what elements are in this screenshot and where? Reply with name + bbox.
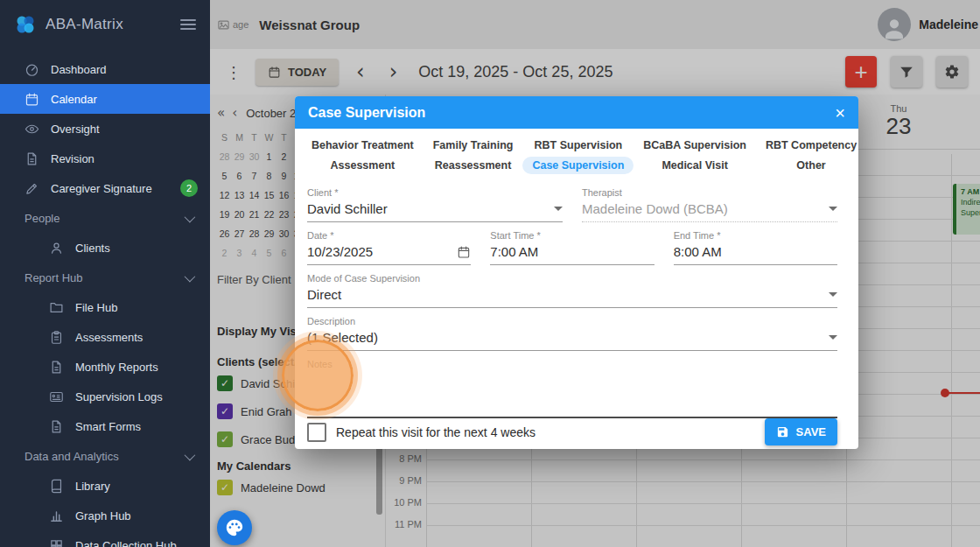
repeat-checkbox-label: Repeat this visit for the next 4 weeks [336,425,536,439]
case-supervision-dialog: Case Supervision × Behavior Treatment Fa… [295,96,858,449]
dashboard-icon [24,62,39,77]
chevron-down-icon [185,449,196,460]
dialog-header: Case Supervision × [295,96,858,129]
mode-field-label: Mode of Case Supervision [307,273,837,284]
end-time-field[interactable]: End Time * 8:00 AM [674,230,837,265]
client-field-label: Client * [307,187,563,198]
sidebar-header: ABA-Matrix [0,0,210,49]
id-card-icon [49,389,64,404]
calendar-icon [24,92,39,107]
repeat-checkbox[interactable] [307,423,326,442]
calendar-icon[interactable] [457,245,471,259]
chevron-down-icon [829,292,837,297]
tab-other[interactable]: Other [756,157,858,174]
dialog-footer: Repeat this visit for the next 4 weeks S… [307,418,837,449]
chevron-down-icon [185,270,196,282]
tab-rbt-competency[interactable]: RBT Competency [756,137,858,154]
sidebar-item-supervision-logs[interactable]: Supervision Logs [0,382,210,411]
chevron-down-icon [829,335,837,340]
save-icon [776,425,789,438]
app-window: ABA-Matrix Dashboard Calendar Oversight … [0,0,980,547]
grid-icon [49,538,64,547]
end-time-value: 8:00 AM [674,244,837,259]
eye-icon [24,122,39,137]
tab-behavior-treatment[interactable]: Behavior Treatment [302,137,424,154]
dialog-title: Case Supervision [308,105,425,121]
app-logo-icon [14,13,37,36]
report-icon [49,360,64,375]
click-highlight [282,340,354,411]
tab-family-training[interactable]: Family Training [424,137,523,154]
app-title: ABA-Matrix [46,16,172,33]
sidebar-item-file-hub[interactable]: File Hub [0,292,210,322]
close-icon[interactable]: × [835,104,845,122]
sidebar-item-caregiver-signature[interactable]: Caregiver Signature2 [0,173,210,203]
folder-icon [49,300,64,315]
document-icon [24,151,39,166]
chevron-down-icon [554,207,563,211]
caregiver-signature-badge: 2 [180,179,198,197]
client-field[interactable]: Client * David Schiller [307,187,563,222]
sidebar-section-report-hub[interactable]: Report Hub [0,263,210,292]
description-field-label: Description [307,316,837,326]
book-icon [49,479,64,494]
notes-field[interactable]: Notes [307,359,837,418]
therapist-field: Therapist Madeleine Dowd (BCBA) [582,187,837,222]
mode-of-case-supervision-field[interactable]: Mode of Case Supervision Direct [307,273,837,308]
bar-chart-icon [49,508,64,523]
sidebar-menu: Dashboard Calendar Oversight Revision Ca… [0,49,210,547]
end-time-label: End Time * [674,230,837,241]
form-icon [49,419,64,434]
pen-icon [24,181,39,196]
sidebar-item-library[interactable]: Library [0,471,210,501]
sidebar-item-smart-forms[interactable]: Smart Forms [0,411,210,441]
dialog-body: Client * David Schiller Therapist Madele… [295,176,858,449]
date-field[interactable]: Date * 10/23/2025 [307,230,471,265]
visit-type-tabs: Behavior Treatment Family Training RBT S… [295,129,858,176]
tab-bcaba-supervision[interactable]: BCaBA Supervision [634,137,756,154]
sidebar: ABA-Matrix Dashboard Calendar Oversight … [0,0,210,547]
start-time-label: Start Time * [490,230,654,241]
therapist-field-label: Therapist [582,187,837,198]
tab-assessment[interactable]: Assessment [302,157,424,174]
tab-medical-visit[interactable]: Medical Visit [634,157,756,174]
person-icon [49,241,64,256]
chevron-down-icon [829,207,837,211]
date-field-label: Date * [307,230,471,241]
menu-toggle-button[interactable] [180,19,196,30]
sidebar-item-revision[interactable]: Revision [0,144,210,173]
tab-reassessment[interactable]: Reassessment [424,157,523,174]
clipboard-icon [49,330,64,345]
sidebar-section-data-and-analytics[interactable]: Data and Analytics [0,441,210,471]
date-field-value: 10/23/2025 [307,244,457,259]
sidebar-item-oversight[interactable]: Oversight [0,114,210,144]
description-field[interactable]: Description (1 Selected) [307,316,837,351]
chevron-down-icon [185,211,196,222]
sidebar-item-data-collection-hub[interactable]: Data Collection Hub [0,530,210,547]
sidebar-item-clients[interactable]: Clients [0,233,210,263]
sidebar-section-people[interactable]: People [0,203,210,233]
notes-textarea[interactable] [307,369,837,418]
sidebar-item-monthly-reports[interactable]: Monthly Reports [0,352,210,382]
mode-field-value: Direct [307,287,823,302]
tab-rbt-supervision[interactable]: RBT Supervision [522,137,634,154]
theme-palette-fab[interactable] [217,510,252,545]
sidebar-item-graph-hub[interactable]: Graph Hub [0,501,210,530]
start-time-value: 7:00 AM [490,244,654,259]
notes-field-label: Notes [307,359,837,369]
sidebar-item-calendar[interactable]: Calendar [0,84,210,114]
palette-icon [225,518,244,537]
save-button[interactable]: SAVE [765,418,837,445]
tab-case-supervision[interactable]: Case Supervision [522,157,634,174]
sidebar-item-assessments[interactable]: Assessments [0,322,210,352]
client-field-value: David Schiller [307,201,549,216]
therapist-field-value: Madeleine Dowd (BCBA) [582,201,823,216]
sidebar-item-dashboard[interactable]: Dashboard [0,54,210,84]
description-field-value: (1 Selected) [307,330,823,345]
start-time-field[interactable]: Start Time * 7:00 AM [490,230,654,265]
